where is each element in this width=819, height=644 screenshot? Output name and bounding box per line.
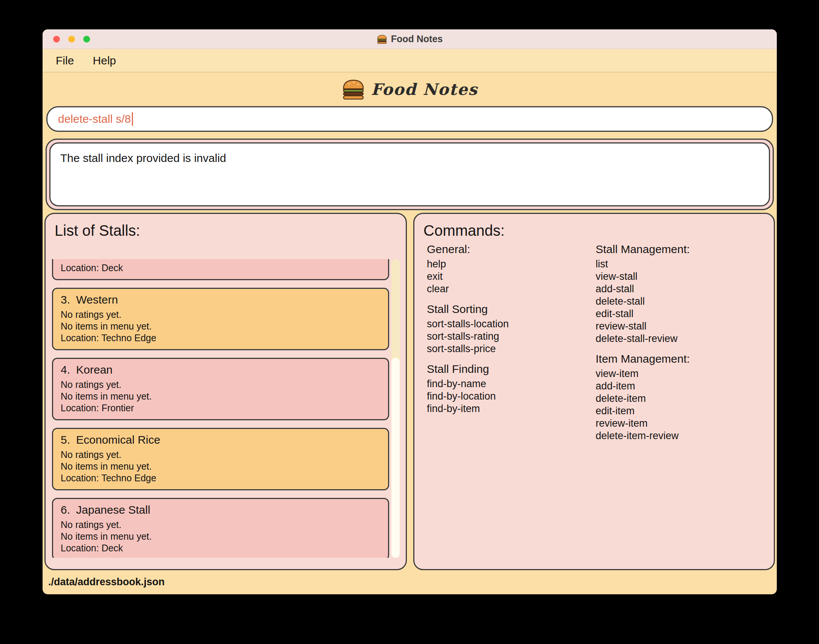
zoom-button[interactable] — [83, 36, 90, 43]
stall-ratings: No ratings yet. — [61, 519, 380, 531]
commands-section-stall-management: Stall Management: list view-stall add-st… — [596, 243, 774, 345]
stall-menu: No items in menu yet. — [61, 531, 380, 542]
stall-index: 3. — [61, 293, 70, 306]
minimize-button[interactable] — [68, 36, 75, 43]
commands-section-header: Stall Finding — [427, 363, 596, 376]
command-item: edit-item — [596, 405, 774, 417]
stall-list-panel: List of Stalls: Location: Deck 3.Western… — [44, 213, 407, 570]
command-item: delete-item — [596, 393, 774, 405]
result-display: The stall index provided is invalid — [49, 143, 770, 206]
command-item: delete-item-review — [596, 430, 774, 442]
stall-card[interactable]: 3.Western No ratings yet. No items in me… — [52, 288, 389, 350]
stall-menu: No items in menu yet. — [61, 461, 380, 472]
command-item: find-by-location — [427, 390, 596, 403]
app-window: Food Notes File Help Food Notes delete-s… — [43, 29, 777, 594]
command-item: delete-stall-review — [596, 333, 774, 345]
stall-name: 5.Economical Rice — [61, 434, 380, 446]
stall-list-viewport: Location: Deck 3.Western No ratings yet.… — [52, 259, 389, 558]
window-title-area: Food Notes — [43, 29, 777, 49]
commands-section-general: General: help exit clear — [427, 243, 596, 295]
stall-ratings: No ratings yet. — [61, 449, 380, 461]
stall-list-title: List of Stalls: — [46, 214, 406, 239]
stall-menu: No items in menu yet. — [61, 391, 380, 402]
result-display-frame: The stall index provided is invalid — [46, 139, 774, 210]
command-item: find-by-name — [427, 378, 596, 390]
stall-location: Location: Techno Edge — [61, 472, 380, 484]
commands-column-2: Stall Management: list view-stall add-st… — [596, 243, 774, 442]
data-file-path: ./data/addressbook.json — [48, 576, 165, 587]
command-item: clear — [427, 283, 596, 295]
stall-index: 6. — [61, 503, 70, 516]
stall-card[interactable]: 5.Economical Rice No ratings yet. No ite… — [52, 428, 389, 490]
command-item: sort-stalls-location — [427, 318, 596, 330]
logo-text: Food Notes — [371, 80, 478, 99]
command-item: add-stall — [596, 283, 774, 295]
commands-panel: Commands: General: help exit clear Stall… — [413, 213, 775, 570]
stall-card[interactable]: 6.Japanese Stall No ratings yet. No item… — [52, 498, 389, 558]
main-content: List of Stalls: Location: Deck 3.Western… — [44, 213, 775, 570]
commands-section-header: Item Management: — [596, 353, 774, 365]
stall-name: 3.Western — [61, 293, 380, 306]
commands-section-header: Stall Management: — [596, 243, 774, 256]
command-item: delete-stall — [596, 295, 774, 308]
stall-menu: No items in menu yet. — [61, 320, 380, 332]
window-title: Food Notes — [391, 34, 443, 44]
command-item: view-stall — [596, 270, 774, 283]
command-item: help — [427, 258, 596, 270]
command-item: list — [596, 258, 774, 270]
command-input-value: delete-stall s/8 — [58, 113, 131, 126]
command-item: sort-stalls-rating — [427, 330, 596, 343]
commands-section-stall-sorting: Stall Sorting sort-stalls-location sort-… — [427, 303, 596, 355]
command-item: sort-stalls-price — [427, 343, 596, 355]
menu-help[interactable]: Help — [93, 54, 116, 67]
command-input[interactable]: delete-stall s/8 — [46, 106, 773, 132]
command-item: edit-stall — [596, 308, 774, 320]
commands-section-header: General: — [427, 243, 596, 256]
command-item: exit — [427, 270, 596, 283]
commands-title: Commands: — [414, 214, 774, 239]
stall-list-area: Location: Deck 3.Western No ratings yet.… — [52, 259, 399, 558]
commands-section-item-management: Item Management: view-item add-item dele… — [596, 353, 774, 442]
menubar: File Help — [43, 49, 777, 72]
stall-location: Location: Techno Edge — [61, 332, 380, 344]
commands-section-stall-finding: Stall Finding find-by-name find-by-locat… — [427, 363, 596, 415]
close-button[interactable] — [53, 36, 60, 43]
stall-list-scrollbar[interactable] — [391, 259, 400, 558]
logo-row: Food Notes — [43, 72, 777, 106]
stall-ratings: No ratings yet. — [61, 379, 380, 391]
stall-ratings: No ratings yet. — [61, 309, 380, 320]
stall-index: 5. — [61, 434, 70, 446]
text-cursor — [132, 112, 133, 126]
stall-location: Location: Deck — [61, 262, 380, 274]
commands-section-header: Stall Sorting — [427, 303, 596, 316]
command-item: review-item — [596, 417, 774, 430]
titlebar: Food Notes — [43, 29, 777, 49]
command-item: find-by-item — [427, 403, 596, 415]
statusbar: ./data/addressbook.json — [43, 570, 777, 594]
stall-location: Location: Frontier — [61, 402, 380, 414]
burger-logo-icon — [342, 78, 365, 100]
command-item: view-item — [596, 368, 774, 380]
menu-file[interactable]: File — [56, 54, 74, 67]
command-item: review-stall — [596, 320, 774, 333]
traffic-lights — [53, 36, 90, 43]
stall-name: 6.Japanese Stall — [61, 503, 380, 516]
stall-name: 4.Korean — [61, 363, 380, 376]
result-text: The stall index provided is invalid — [60, 152, 226, 164]
stall-card-partial[interactable]: Location: Deck — [52, 259, 389, 280]
scrollbar-thumb[interactable] — [391, 358, 400, 558]
command-item: add-item — [596, 380, 774, 393]
stall-location: Location: Deck — [61, 542, 380, 554]
stall-index: 4. — [61, 363, 70, 376]
stall-card[interactable]: 4.Korean No ratings yet. No items in men… — [52, 358, 389, 420]
commands-column-1: General: help exit clear Stall Sorting s… — [427, 243, 596, 442]
burger-icon — [377, 34, 387, 44]
commands-columns: General: help exit clear Stall Sorting s… — [414, 239, 774, 442]
